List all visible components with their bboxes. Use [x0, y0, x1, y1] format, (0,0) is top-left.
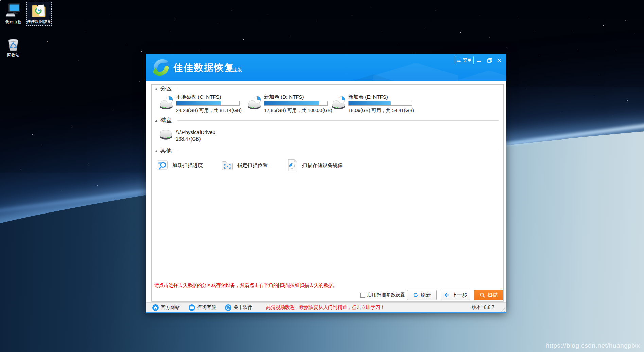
- scan-button-label: 扫描: [487, 292, 498, 298]
- image-scan-icon: [287, 159, 298, 172]
- usage-bar: [348, 101, 412, 106]
- other-item-label: 加载扫描进度: [172, 162, 203, 169]
- customer-service-link[interactable]: 咨询客服: [189, 304, 216, 311]
- section-divider: [177, 151, 499, 151]
- section-header-disks[interactable]: 磁盘: [152, 117, 503, 123]
- app-edition: 专业版: [227, 67, 242, 73]
- app-title: 佳佳数据恢复: [173, 61, 234, 74]
- menu-button[interactable]: 菜单: [455, 56, 474, 64]
- resize-grip[interactable]: [501, 308, 505, 312]
- physical-drive-capacity: 238.47(GB): [176, 136, 201, 142]
- drive-item-c[interactable]: 本地磁盘 (C: NTFS) 24.23(GB) 可用，共 81.14(GB): [158, 94, 244, 116]
- usage-bar: [264, 101, 328, 106]
- section-header-other[interactable]: 其他: [152, 148, 503, 154]
- about-software-label: 关于软件: [233, 304, 253, 311]
- app-logo-icon: [152, 58, 170, 77]
- back-button[interactable]: 上一步: [441, 290, 470, 300]
- scan-magnifier-icon: [480, 292, 485, 298]
- scan-button[interactable]: 扫描: [474, 290, 503, 300]
- official-site-label: 官方网站: [161, 304, 180, 311]
- restore-button[interactable]: [485, 57, 494, 64]
- window-content: 分区 本地磁盘 (C: NTFS) 24.23(GB) 可用，共 8: [146, 81, 506, 302]
- desktop-icon-label: 回收站: [7, 52, 19, 58]
- home-icon: [152, 304, 159, 311]
- titlebar-decoration: [452, 70, 506, 81]
- usage-bar-fill: [349, 101, 391, 105]
- window-footer: 官方网站 咨询客服 关于软件 高清视频教程，数据恢复从入门到精通，点击立即学习！…: [146, 302, 506, 312]
- load-progress-icon: [156, 159, 169, 172]
- official-site-link[interactable]: 官方网站: [152, 304, 180, 311]
- drive-item-d[interactable]: 新加卷 (D: NTFS) 12.85(GB) 可用，共 100.00(GB): [246, 94, 332, 116]
- physical-disk-icon: [158, 129, 174, 141]
- section-divider: [177, 89, 499, 89]
- app-window: 佳佳数据恢复 专业版 菜单 分区: [146, 54, 506, 313]
- target-folder-icon: [221, 159, 233, 172]
- chat-bubble-icon: [189, 304, 195, 311]
- scan-device-image-item[interactable]: 扫描存储设备镜像: [287, 159, 343, 172]
- drive-item-e[interactable]: 新加卷 (E: NTFS) 18.09(GB) 可用，共 54.41(GB): [330, 94, 416, 116]
- recycle-bin-icon: [6, 36, 20, 51]
- section-label: 磁盘: [160, 117, 172, 124]
- selection-hint-text: 请点击选择丢失数据的分区或存储设备，然后点击右下角的[扫描]按钮扫描丢失的数据。: [154, 282, 338, 289]
- drive-capacity: 18.09(GB) 可用，共 54.41(GB): [348, 108, 414, 114]
- customer-service-label: 咨询客服: [197, 304, 216, 311]
- desktop-icon-label: 我的电脑: [5, 20, 21, 25]
- titlebar-decoration: [373, 63, 458, 81]
- section-label: 其他: [160, 147, 172, 154]
- refresh-button-label: 刷新: [421, 292, 431, 298]
- desktop-icon-my-computer[interactable]: 我的电脑: [2, 2, 24, 26]
- computer-icon: [5, 3, 21, 19]
- desktop-icon-app-shortcut[interactable]: 佳佳数据恢复: [26, 2, 52, 26]
- device-panel: 分区 本地磁盘 (C: NTFS) 24.23(GB) 可用，共 8: [151, 84, 504, 302]
- section-divider: [177, 120, 499, 121]
- specify-scan-location-item[interactable]: 指定扫描位置: [221, 159, 268, 172]
- drive-name: 新加卷 (D: NTFS): [264, 94, 304, 100]
- drive-capacity: 12.85(GB) 可用，共 100.00(GB): [264, 108, 332, 114]
- usage-bar: [176, 101, 240, 106]
- version-label: 版本: 6.6.7: [472, 304, 494, 311]
- app-folder-icon: [31, 3, 47, 18]
- refresh-button[interactable]: 刷新: [407, 290, 437, 300]
- usage-bar-fill: [264, 101, 319, 105]
- tutorial-promo-text[interactable]: 高清视频教程，数据恢复从入门到精通，点击立即学习！: [266, 304, 385, 311]
- refresh-icon: [413, 292, 418, 298]
- menu-button-label: 菜单: [463, 57, 472, 63]
- collapse-triangle-icon[interactable]: [155, 119, 157, 122]
- scan-params-checkbox-row[interactable]: 启用扫描参数设置: [360, 290, 405, 300]
- section-header-partitions[interactable]: 分区: [152, 86, 503, 92]
- watermark-url: https://blog.csdn.net/huangpixx: [546, 342, 640, 349]
- info-icon: [225, 304, 231, 311]
- minimize-button[interactable]: [474, 57, 483, 64]
- desktop-icon-recycle-bin[interactable]: 回收站: [3, 35, 24, 59]
- desktop-icon-label: 佳佳数据恢复: [27, 19, 51, 25]
- usage-bar-fill: [176, 101, 221, 105]
- partition-disk-icon: [330, 96, 347, 111]
- other-item-label: 指定扫描位置: [237, 162, 268, 169]
- load-scan-progress-item[interactable]: 加载扫描进度: [156, 159, 203, 172]
- physical-drive-name: \\.\PhysicalDrive0: [176, 129, 215, 135]
- bottom-controls: 启用扫描参数设置 刷新 上一步: [152, 290, 503, 300]
- back-button-label: 上一步: [452, 292, 467, 298]
- partition-disk-icon: [246, 96, 262, 111]
- scan-params-checkbox[interactable]: [360, 293, 365, 298]
- drive-capacity: 24.23(GB) 可用，共 81.14(GB): [176, 108, 242, 114]
- titlebar[interactable]: 佳佳数据恢复 专业版 菜单: [146, 54, 506, 81]
- other-item-label: 扫描存储设备镜像: [302, 162, 343, 169]
- partition-disk-icon: [158, 96, 174, 111]
- hamburger-icon: [456, 58, 461, 63]
- about-software-link[interactable]: 关于软件: [225, 304, 253, 311]
- collapse-triangle-icon[interactable]: [155, 150, 157, 152]
- starfield-bright: [0, 0, 1, 1]
- drive-name: 本地磁盘 (C: NTFS): [176, 94, 221, 100]
- collapse-triangle-icon[interactable]: [155, 88, 157, 90]
- physical-drive-item[interactable]: \\.\PhysicalDrive0 238.47(GB): [158, 129, 260, 142]
- drive-name: 新加卷 (E: NTFS): [348, 94, 388, 100]
- section-label: 分区: [160, 85, 172, 92]
- scan-params-label: 启用扫描参数设置: [367, 292, 405, 298]
- close-button[interactable]: [495, 57, 504, 64]
- back-arrow-icon: [444, 293, 450, 297]
